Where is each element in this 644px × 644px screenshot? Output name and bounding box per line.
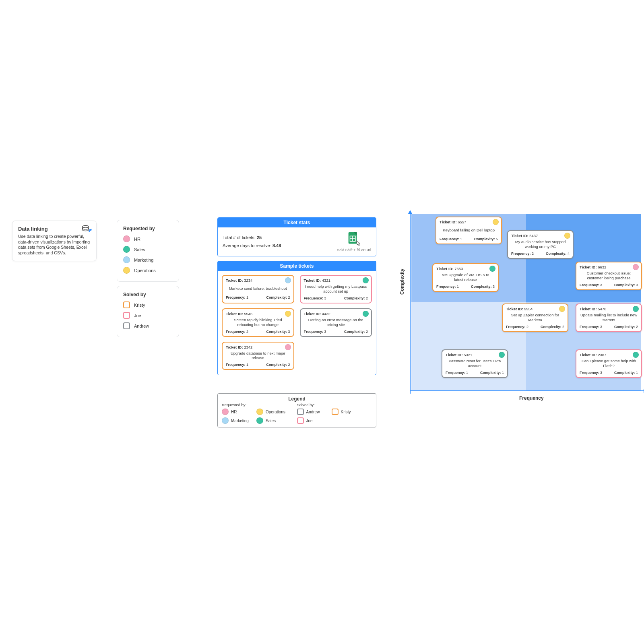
sample-tickets-title: Sample tickets xyxy=(218,261,376,271)
solved-by-panel: Solved by KristyJoeAndrew xyxy=(117,286,179,337)
ticket-id: Ticket ID: 5321 xyxy=(446,353,504,357)
ticket-card[interactable]: Ticket ID: 6557Keyboard failing on Dell … xyxy=(436,217,502,244)
solved-item[interactable]: Joe xyxy=(123,312,173,319)
department-dot-icon xyxy=(256,409,263,415)
sample-tickets-panel: Sample tickets Ticket ID: 3234Marketo se… xyxy=(217,261,376,375)
svg-point-0 xyxy=(83,225,89,228)
requested-label: HR xyxy=(134,237,140,242)
department-dot-icon xyxy=(123,246,130,253)
data-linking-icon xyxy=(82,225,92,234)
keyboard-hint: Hold Shift + ⌘ or Ctrl xyxy=(337,248,371,252)
ticket-complexity: Complexity: 1 xyxy=(614,371,638,375)
ticket-frequency: Frequency: 3 xyxy=(304,296,326,300)
data-linking-title: Data linking xyxy=(18,226,91,232)
ticket-id: Ticket ID: 4321 xyxy=(304,278,368,283)
ticket-frequency: Frequency: 2 xyxy=(506,325,528,329)
ticket-card[interactable]: Ticket ID: 5437My audio service has stop… xyxy=(507,230,574,259)
department-dot-icon xyxy=(123,267,130,274)
ticket-card[interactable]: Ticket ID: 7653VM Upgrade of VM-TIS-5 to… xyxy=(432,263,499,292)
x-axis-label: Frequency xyxy=(519,395,544,401)
department-dot-icon xyxy=(222,409,229,415)
department-dot-icon xyxy=(633,264,639,270)
ticket-id: Ticket ID: 9954 xyxy=(506,307,564,311)
ticket-frequency: Frequency: 1 xyxy=(446,371,468,375)
ticket-frequency: Frequency: 2 xyxy=(511,252,534,256)
requested-item[interactable]: Marketing xyxy=(123,256,173,263)
ticket-card[interactable]: Ticket ID: 5478Update mailing list to in… xyxy=(576,303,642,332)
department-dot-icon xyxy=(123,235,130,242)
department-dot-icon xyxy=(499,352,505,358)
department-dot-icon xyxy=(559,306,565,312)
legend-requested-label: Requested by: xyxy=(222,402,297,407)
solved-item[interactable]: Andrew xyxy=(123,322,173,329)
legend-item: Joe xyxy=(297,417,326,424)
requested-item[interactable]: Sales xyxy=(123,246,173,253)
ticket-description: Update mailing list to include new start… xyxy=(580,313,637,322)
department-dot-icon xyxy=(285,277,291,283)
ticket-description: Set up Zapier connection for Marketo xyxy=(507,313,564,322)
department-dot-icon xyxy=(285,311,291,317)
ticket-description: Getting an error message on the pricing … xyxy=(305,318,367,327)
ticket-description: Marketo send failure: troubleshoot xyxy=(227,284,289,293)
ticket-card[interactable]: Ticket ID: 2387Can I please get some hel… xyxy=(576,349,642,378)
ticket-card[interactable]: Ticket ID: 6632Customer checkout issue: … xyxy=(576,262,642,290)
ticket-frequency: Frequency: 3 xyxy=(580,371,602,375)
ticket-frequency: Frequency: 2 xyxy=(226,330,248,334)
solver-square-icon xyxy=(332,409,339,415)
requested-item[interactable]: HR xyxy=(123,235,173,242)
ticket-id: Ticket ID: 6632 xyxy=(580,265,638,269)
ticket-complexity: Complexity: 1 xyxy=(480,371,504,375)
legend-title: Legend xyxy=(222,396,372,402)
department-dot-icon xyxy=(564,233,570,239)
ticket-stats-title: Ticket stats xyxy=(218,218,376,227)
data-linking-card[interactable]: Data linking Use data linking to create … xyxy=(12,221,97,261)
legend-item: Kristy xyxy=(332,409,361,415)
solved-item[interactable]: Kristy xyxy=(123,301,173,308)
ticket-frequency: Frequency: 3 xyxy=(304,330,326,334)
ticket-complexity: Complexity: 3 xyxy=(266,330,290,334)
ticket-card[interactable]: Ticket ID: 3234Marketo send failure: tro… xyxy=(222,275,294,303)
ticket-id: Ticket ID: 3234 xyxy=(226,278,290,283)
department-dot-icon xyxy=(256,417,263,424)
google-sheets-icon[interactable] xyxy=(346,231,361,247)
ticket-complexity: Complexity: 2 xyxy=(344,296,368,300)
ticket-frequency: Frequency: 1 xyxy=(440,237,462,241)
ticket-id: Ticket ID: 2387 xyxy=(580,353,638,357)
ticket-frequency: Frequency: 1 xyxy=(226,363,248,367)
ticket-complexity: Complexity: 2 xyxy=(266,295,290,299)
ticket-complexity: Complexity: 2 xyxy=(266,363,290,367)
ticket-id: Ticket ID: 2342 xyxy=(226,345,290,349)
ticket-complexity: Complexity: 3 xyxy=(614,283,638,287)
ticket-frequency: Frequency: 3 xyxy=(580,325,602,329)
solved-label: Joe xyxy=(134,313,141,318)
department-dot-icon xyxy=(363,311,369,317)
ticket-card[interactable]: Ticket ID: 5546Screen rapidly blinking T… xyxy=(222,308,294,337)
solved-by-title: Solved by xyxy=(123,292,173,297)
total-tickets-label: Total # of tickets: xyxy=(223,235,256,240)
avg-resolve-label: Average days to resolve: xyxy=(223,243,271,248)
requested-item[interactable]: Operations xyxy=(123,267,173,274)
ticket-complexity: Complexity: 3 xyxy=(471,285,495,289)
requested-by-title: Requested by xyxy=(123,226,173,231)
requested-label: Operations xyxy=(134,268,156,273)
ticket-card[interactable]: Ticket ID: 4432Getting an error message … xyxy=(300,308,372,337)
legend-solved-label: Solved by: xyxy=(297,402,372,407)
ticket-id: Ticket ID: 7653 xyxy=(436,266,495,271)
data-linking-body: Use data linking to create powerful, dat… xyxy=(18,234,91,256)
legend-panel: Legend Requested by: HROperationsMarketi… xyxy=(217,393,376,427)
legend-item: HR xyxy=(222,409,251,415)
ticket-card[interactable]: Ticket ID: 9954Set up Zapier connection … xyxy=(502,303,568,332)
legend-item: Sales xyxy=(256,417,285,424)
quadrant-chart[interactable]: Complexity Frequency Ticket ID: 6557Keyb… xyxy=(398,214,644,403)
ticket-description: Screen rapidly blinking Tried rebooting … xyxy=(227,318,289,327)
ticket-id: Ticket ID: 4432 xyxy=(304,312,368,316)
ticket-card[interactable]: Ticket ID: 2342Upgrade database to next … xyxy=(222,342,294,370)
ticket-complexity: Complexity: 2 xyxy=(614,325,638,329)
y-axis xyxy=(410,212,411,394)
ticket-card[interactable]: Ticket ID: 4321I need help with getting … xyxy=(300,275,372,303)
x-axis xyxy=(410,390,644,391)
department-dot-icon xyxy=(489,266,495,272)
total-tickets-value: 25 xyxy=(257,235,262,240)
ticket-description: Customer checkout issue: customer losing… xyxy=(580,271,637,281)
ticket-card[interactable]: Ticket ID: 5321Password reset for user's… xyxy=(442,349,508,378)
